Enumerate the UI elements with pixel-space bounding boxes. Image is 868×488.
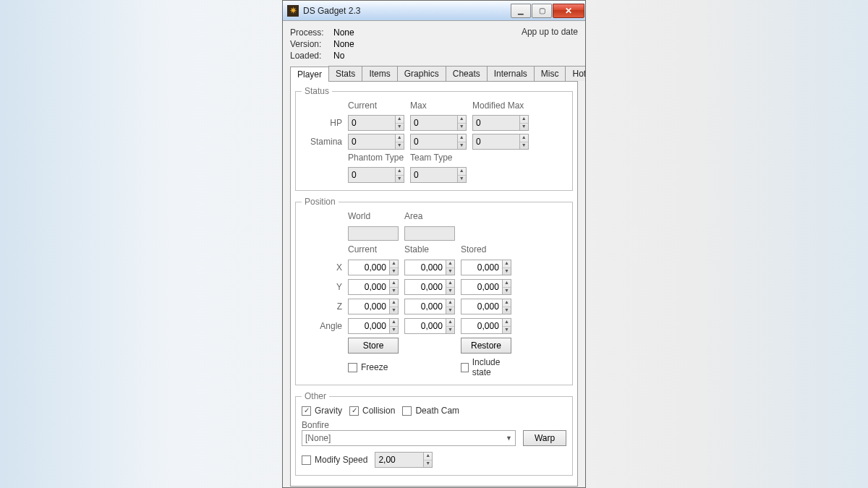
row-x: X	[302, 262, 342, 273]
bonfire-label: Bonfire	[302, 420, 566, 430]
version-label: Version:	[290, 38, 333, 50]
status-group: Status Current Max Modified Max HP ▲▼ ▲▼…	[295, 86, 573, 191]
process-value: None	[333, 27, 354, 38]
checkbox-icon: ✓	[349, 406, 359, 416]
row-stamina: Stamina	[302, 137, 342, 147]
include-state-checkbox[interactable]: Include state	[461, 357, 511, 377]
phantom-type-label: Phantom Type	[348, 153, 404, 164]
row-angle: Angle	[302, 321, 342, 331]
team-type-label: Team Type	[410, 153, 467, 164]
close-button[interactable]: ✕	[553, 4, 584, 18]
window-title: DS Gadget 2.3	[303, 6, 360, 16]
pos-col-stable: Stable	[404, 244, 455, 256]
pos-col-current: Current	[348, 244, 399, 256]
checkbox-icon	[302, 455, 311, 465]
phantom-type-spinner[interactable]: ▲▼	[348, 167, 404, 183]
team-type-spinner[interactable]: ▲▼	[410, 167, 467, 183]
restore-button[interactable]: Restore	[461, 338, 511, 354]
modify-speed-checkbox[interactable]: Modify Speed	[302, 455, 367, 465]
tab-misc[interactable]: Misc	[534, 66, 566, 81]
angle-current-spinner[interactable]: ▲▼	[348, 318, 399, 334]
hp-max[interactable]	[411, 116, 457, 130]
checkbox-icon	[348, 363, 357, 372]
world-field[interactable]	[348, 226, 399, 241]
up-icon[interactable]: ▲	[396, 116, 404, 124]
angle-stable-spinner[interactable]: ▲▼	[404, 318, 455, 334]
chevron-down-icon: ▼	[506, 435, 512, 442]
app-window: ✷ DS Gadget 2.3 ▁ ▢ ✕ Process: Version: …	[282, 0, 586, 488]
version-value: None	[333, 38, 354, 50]
store-button[interactable]: Store	[348, 338, 399, 354]
hp-current[interactable]	[349, 116, 395, 130]
deathcam-checkbox[interactable]: Death Cam	[402, 406, 459, 416]
col-current: Current	[348, 100, 404, 112]
other-group: Other ✓Gravity ✓Collision Death Cam Bonf…	[295, 391, 573, 476]
other-legend: Other	[302, 391, 329, 401]
bonfire-dropdown[interactable]: [None] ▼	[302, 430, 516, 446]
y-stable-spinner[interactable]: ▲▼	[404, 279, 455, 295]
status-legend: Status	[302, 86, 332, 96]
z-stored-spinner[interactable]: ▲▼	[461, 299, 511, 314]
y-current-spinner[interactable]: ▲▼	[348, 279, 399, 295]
tab-items[interactable]: Items	[362, 66, 397, 81]
collision-checkbox[interactable]: ✓Collision	[349, 406, 395, 416]
gravity-checkbox[interactable]: ✓Gravity	[302, 406, 342, 416]
loaded-label: Loaded:	[290, 50, 333, 61]
area-field[interactable]	[404, 226, 455, 241]
checkbox-icon	[402, 406, 412, 416]
row-z: Z	[302, 301, 342, 312]
row-hp: HP	[302, 118, 342, 128]
col-modmax: Modified Max	[472, 100, 529, 112]
position-legend: Position	[302, 197, 339, 207]
tab-graphics[interactable]: Graphics	[397, 66, 446, 81]
stamina-max-spinner[interactable]: ▲▼	[410, 134, 467, 150]
world-label: World	[348, 211, 399, 223]
speed-spinner[interactable]: ▲▼	[375, 452, 433, 468]
bonfire-value: [None]	[305, 433, 331, 443]
tab-content: Status Current Max Modified Max HP ▲▼ ▲▼…	[290, 82, 578, 487]
y-stored-spinner[interactable]: ▲▼	[461, 279, 511, 295]
x-stable-spinner[interactable]: ▲▼	[404, 260, 455, 275]
pos-col-stored: Stored	[461, 244, 511, 256]
row-y: Y	[302, 282, 342, 292]
tab-internals[interactable]: Internals	[487, 66, 535, 81]
minimize-button[interactable]: ▁	[511, 4, 531, 18]
down-icon[interactable]: ▼	[396, 124, 404, 131]
checkbox-icon	[461, 363, 469, 372]
stamina-current-spinner[interactable]: ▲▼	[348, 134, 404, 150]
header-info: Process: Version: Loaded: None None No A…	[290, 27, 578, 61]
hp-modmax-spinner[interactable]: ▲▼	[472, 115, 529, 131]
app-icon: ✷	[287, 5, 299, 17]
x-current-spinner[interactable]: ▲▼	[348, 260, 399, 275]
angle-stored-spinner[interactable]: ▲▼	[461, 318, 511, 334]
warp-button[interactable]: Warp	[523, 430, 566, 446]
tab-hotkeys[interactable]: Hotkeys	[565, 66, 585, 81]
hp-modmax[interactable]	[473, 116, 519, 130]
z-stable-spinner[interactable]: ▲▼	[404, 299, 455, 314]
checkbox-icon: ✓	[302, 406, 311, 416]
x-stored-spinner[interactable]: ▲▼	[461, 260, 511, 275]
freeze-checkbox[interactable]: Freeze	[348, 362, 399, 372]
tab-player[interactable]: Player	[290, 67, 329, 82]
tab-stats[interactable]: Stats	[328, 66, 362, 81]
hp-current-spinner[interactable]: ▲▼	[348, 115, 404, 131]
area-label: Area	[404, 211, 455, 223]
col-max: Max	[410, 100, 467, 112]
update-status: App up to date	[522, 27, 578, 61]
hp-max-spinner[interactable]: ▲▼	[410, 115, 467, 131]
position-group: Position World Area Current Stable Store…	[295, 197, 573, 385]
process-label: Process:	[290, 27, 333, 38]
tab-cheats[interactable]: Cheats	[446, 66, 488, 81]
stamina-modmax-spinner[interactable]: ▲▼	[472, 134, 529, 150]
client-area: Process: Version: Loaded: None None No A…	[283, 21, 585, 487]
loaded-value: No	[333, 50, 354, 61]
maximize-button[interactable]: ▢	[532, 4, 552, 18]
tab-bar: Player Stats Items Graphics Cheats Inter…	[290, 66, 578, 82]
z-current-spinner[interactable]: ▲▼	[348, 299, 399, 314]
titlebar[interactable]: ✷ DS Gadget 2.3 ▁ ▢ ✕	[283, 1, 585, 21]
